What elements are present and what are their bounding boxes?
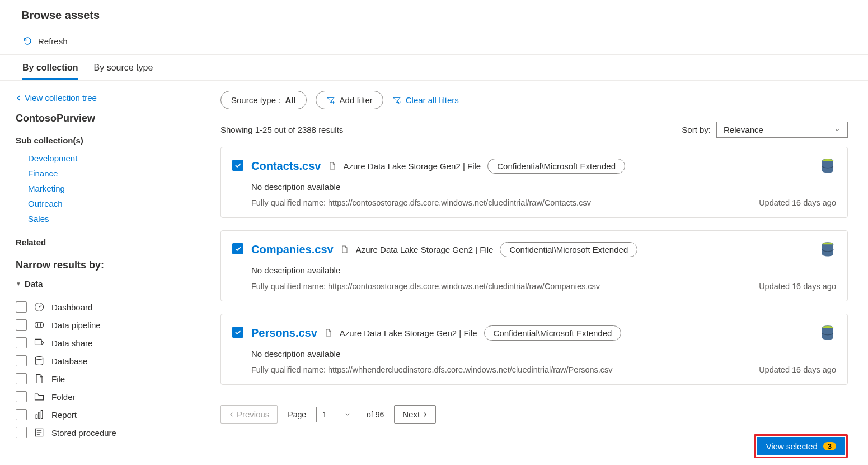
source-type-label: Source type :: [231, 95, 280, 105]
facet-report[interactable]: Report: [16, 406, 184, 424]
svg-point-1: [35, 323, 38, 327]
chevron-down-icon: [834, 127, 841, 133]
tab-by-source-type[interactable]: By source type: [94, 55, 153, 80]
checkbox[interactable]: [16, 373, 27, 384]
subcollection-link[interactable]: Development: [16, 151, 184, 166]
result-description: No description available: [251, 266, 836, 275]
checkbox[interactable]: [16, 337, 27, 348]
checkbox[interactable]: [16, 301, 27, 313]
sort-wrap: Sort by: Relevance: [682, 122, 848, 138]
source-type-value: All: [285, 95, 295, 105]
related-heading: Related: [16, 238, 184, 247]
result-card: Companies.csv Azure Data Lake Storage Ge…: [220, 230, 848, 301]
facet-database[interactable]: Database: [16, 352, 184, 370]
collection-name: ContosoPurview: [16, 113, 184, 124]
database-icon: [34, 355, 45, 366]
subcollection-link[interactable]: Marketing: [16, 181, 184, 196]
svg-rect-7: [41, 411, 43, 418]
facet-label: Stored procedure: [51, 428, 116, 438]
pager: Previous Page 1 of 96 Next: [220, 397, 848, 431]
next-page-button[interactable]: Next: [394, 405, 436, 424]
filter-add-icon: [326, 96, 335, 105]
view-selected-button[interactable]: View selected 3: [757, 437, 845, 455]
facet-label: Dashboard: [51, 303, 92, 312]
next-label: Next: [402, 410, 420, 419]
file-icon: [34, 373, 45, 384]
add-filter-button[interactable]: Add filter: [316, 91, 383, 109]
report-icon: [34, 409, 45, 420]
facet-dashboard[interactable]: Dashboard: [16, 298, 184, 316]
tabs: By collection By source type: [0, 55, 868, 81]
chevron-down-icon: [345, 412, 350, 417]
facet-stored-procedure[interactable]: Stored procedure: [16, 424, 184, 441]
checkbox[interactable]: [16, 319, 27, 331]
facet-file[interactable]: File: [16, 370, 184, 388]
check-icon: [234, 328, 242, 336]
folder-icon: [34, 391, 45, 402]
sidebar: View collection tree ContosoPurview Sub …: [0, 81, 200, 465]
result-source: Azure Data Lake Storage Gen2 | File: [340, 328, 477, 338]
checkbox[interactable]: [16, 391, 27, 402]
clear-filters-link[interactable]: Clear all filters: [392, 95, 459, 105]
result-source: Azure Data Lake Storage Gen2 | File: [344, 161, 481, 171]
checkbox[interactable]: [16, 409, 27, 420]
facet-group-data[interactable]: ▼ Data: [16, 279, 184, 292]
stored-procedure-icon: [34, 427, 45, 438]
checkbox[interactable]: [16, 355, 27, 366]
svg-rect-5: [36, 415, 37, 418]
subcollection-link[interactable]: Sales: [16, 211, 184, 226]
view-selected-highlight: View selected 3: [754, 434, 848, 458]
pipeline-icon: [34, 319, 45, 331]
subcollection-link[interactable]: Outreach: [16, 196, 184, 211]
svg-rect-6: [39, 412, 40, 418]
tab-by-collection[interactable]: By collection: [22, 55, 78, 80]
subcollection-link[interactable]: Finance: [16, 166, 184, 181]
svg-rect-3: [35, 339, 42, 345]
result-description: No description available: [251, 349, 836, 359]
storage-icon: [819, 241, 836, 258]
page-title: Browse assets: [0, 0, 868, 30]
result-updated: Updated 16 days ago: [759, 365, 836, 374]
check-icon: [234, 161, 242, 169]
svg-point-2: [41, 323, 44, 327]
result-title-link[interactable]: Contacts.csv: [251, 160, 321, 173]
result-title-link[interactable]: Companies.csv: [251, 243, 334, 256]
caret-down-icon: ▼: [16, 281, 21, 287]
result-updated: Updated 16 days ago: [759, 198, 836, 207]
share-icon: [34, 337, 45, 348]
filter-clear-icon: [392, 96, 401, 105]
results-list: Contacts.csv Azure Data Lake Storage Gen…: [220, 147, 848, 385]
view-selected-label: View selected: [766, 441, 817, 451]
classification-pill: Confidential\Microsoft Extended: [484, 326, 622, 341]
result-updated: Updated 16 days ago: [759, 282, 836, 291]
sort-label: Sort by:: [682, 125, 711, 134]
storage-icon: [819, 157, 836, 174]
gauge-icon: [34, 301, 45, 313]
narrow-results-heading: Narrow results by:: [16, 259, 184, 271]
result-title-link[interactable]: Persons.csv: [251, 327, 317, 340]
page-select[interactable]: 1: [316, 407, 356, 422]
result-fqn: Fully qualified name: https://whhendercl…: [251, 365, 613, 374]
facet-folder[interactable]: Folder: [16, 388, 184, 406]
page-label: Page: [288, 410, 306, 419]
facet-label: File: [51, 374, 65, 384]
filter-bar: Source type : All Add filter Clear all f…: [220, 91, 848, 109]
check-icon: [234, 245, 242, 253]
source-type-filter-pill[interactable]: Source type : All: [220, 91, 307, 109]
result-checkbox[interactable]: [232, 327, 243, 338]
result-fqn: Fully qualified name: https://contososto…: [251, 198, 591, 207]
document-icon: [340, 244, 349, 254]
refresh-button[interactable]: Refresh: [22, 36, 68, 46]
previous-page-button[interactable]: Previous: [220, 405, 278, 424]
current-page: 1: [322, 410, 327, 419]
result-checkbox[interactable]: [232, 243, 243, 254]
result-checkbox[interactable]: [232, 160, 243, 171]
facet-label: Report: [51, 410, 77, 420]
checkbox[interactable]: [16, 427, 27, 438]
sort-dropdown[interactable]: Relevance: [716, 122, 848, 138]
facet-label: Folder: [51, 392, 76, 402]
facet-data-pipeline[interactable]: Data pipeline: [16, 316, 184, 334]
view-collection-tree-link[interactable]: View collection tree: [16, 93, 97, 103]
facet-data-share[interactable]: Data share: [16, 334, 184, 352]
selected-count-badge: 3: [823, 442, 836, 450]
